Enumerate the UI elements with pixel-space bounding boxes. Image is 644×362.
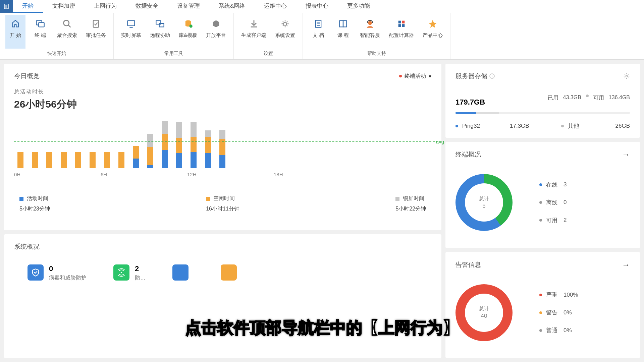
menu-item-0[interactable]: 开始: [13, 0, 43, 13]
sys-icon: [113, 264, 129, 281]
app-logo[interactable]: [0, 0, 13, 13]
legend-row: 严重100%: [539, 291, 578, 299]
home-icon: [8, 17, 22, 31]
gear-icon[interactable]: [623, 73, 630, 79]
system-card-2[interactable]: [172, 264, 194, 282]
svg-rect-26: [402, 21, 405, 23]
legend-row: 普通0%: [539, 326, 578, 334]
ribbon-terminal[interactable]: 终 端: [30, 15, 50, 49]
menu-icon: [3, 3, 9, 9]
ribbon-label: 系统设置: [275, 32, 295, 39]
support-icon: [363, 17, 377, 31]
ribbon-library[interactable]: 库&模板: [177, 15, 199, 49]
ribbon-support[interactable]: 智能客服: [358, 15, 382, 49]
system-overview-panel: 系统概况 0病毒和威胁防护2防…: [4, 234, 441, 358]
system-card-3[interactable]: [221, 264, 242, 282]
menu-item-3[interactable]: 数据安全: [126, 0, 168, 13]
svg-text:i: i: [492, 74, 492, 78]
storage-row: 其他26GB: [561, 122, 630, 130]
menu-item-8[interactable]: 更多功能: [338, 0, 379, 13]
bar-3: [61, 152, 67, 168]
ribbon-syscfg[interactable]: 系统设置: [273, 15, 297, 49]
bar-6: [104, 152, 110, 168]
activity-dropdown[interactable]: 终端活动 ▾: [399, 73, 431, 80]
menu-item-1[interactable]: 文档加密: [43, 0, 85, 13]
bar-5: [90, 152, 96, 168]
sys-number: 2: [135, 264, 146, 273]
menu-item-2[interactable]: 上网行为: [85, 0, 126, 13]
svg-point-17: [283, 22, 286, 25]
x-tick: 6H: [101, 172, 107, 177]
system-card-0[interactable]: 0病毒和威胁防护: [28, 264, 87, 282]
library-icon: [181, 17, 195, 31]
svg-rect-25: [398, 21, 401, 23]
donut-center-label: 总计: [479, 196, 489, 202]
storage-avail-value: 136.4GB: [609, 95, 630, 102]
system-card-1[interactable]: 2防…: [113, 264, 146, 282]
bar-10: [162, 121, 168, 168]
donut-center-value: 40: [481, 313, 487, 319]
today-overview-panel: 今日概览 终端活动 ▾ 总活动时长 26小时56分钟 avg 0H6H12H18…: [4, 64, 441, 230]
bar-9: [147, 134, 153, 168]
menu-item-7[interactable]: 报表中心: [296, 0, 338, 13]
storage-total: 179.7GB: [455, 98, 485, 107]
x-tick: 12H: [187, 172, 197, 177]
subtitle-overlay: 点击软件顶部导航栏中的【上网行为】: [185, 317, 459, 339]
donut-center-value: 5: [482, 203, 485, 209]
legend-item: 活动时间5小时23分钟: [19, 195, 50, 213]
svg-point-24: [368, 21, 372, 25]
panel-title: 终端概况: [455, 150, 481, 159]
bar-0: [17, 152, 23, 168]
bar-4: [75, 152, 81, 168]
ribbon-open[interactable]: 开放平台: [204, 15, 228, 49]
ribbon-label: 课 程: [337, 32, 349, 39]
dropdown-label: 终端活动: [405, 73, 426, 80]
storage-avail-label: 可用: [593, 95, 604, 102]
svg-rect-22: [340, 21, 343, 27]
sys-icon: [28, 264, 44, 281]
chevron-down-icon: ▾: [429, 73, 431, 79]
info-icon[interactable]: i: [489, 73, 495, 79]
legend-row: 在线3: [539, 181, 567, 189]
ribbon-remote[interactable]: 远程协助: [148, 15, 172, 49]
bar-12: [191, 122, 197, 168]
ribbon-course[interactable]: 课 程: [333, 15, 353, 49]
syscfg-icon: [278, 17, 292, 31]
ribbon-label: 库&模板: [179, 32, 197, 39]
ribbon-product[interactable]: 产品中心: [421, 15, 445, 49]
menu-item-6[interactable]: 运维中心: [255, 0, 296, 13]
sys-icon: [221, 264, 237, 281]
panel-title: 今日概览: [14, 72, 40, 80]
ribbon-doc[interactable]: 文 档: [308, 15, 328, 49]
svg-point-6: [64, 20, 69, 26]
arrow-right-icon[interactable]: →: [622, 150, 630, 159]
open-icon: [209, 17, 223, 31]
ribbon-group-label: 常用工具: [164, 49, 183, 59]
menu-item-5[interactable]: 系统&网络: [209, 0, 255, 13]
svg-line-7: [68, 25, 71, 27]
status-dot: [399, 75, 402, 77]
ribbon-client[interactable]: 生成客户端: [239, 15, 268, 49]
ribbon-screen[interactable]: 实时屏幕: [119, 15, 143, 49]
bar-14: [219, 130, 225, 168]
ribbon-approval[interactable]: 审批任务: [84, 15, 108, 49]
storage-used-label: 已用: [548, 95, 558, 102]
ribbon-calc[interactable]: 配置计算器: [387, 15, 416, 49]
bar-11: [176, 122, 182, 168]
avg-line: [14, 141, 441, 142]
ribbon-label: 智能客服: [360, 32, 380, 39]
remote-icon: [153, 17, 167, 31]
ribbon-home[interactable]: 开 始: [5, 15, 25, 49]
storage-panel: 服务器存储 i 179.7GB 已用 43.3GB 可用 136.4GB Pin…: [445, 64, 640, 138]
storage-row: Ping3217.3GB: [455, 122, 529, 130]
ribbon-label: 文 档: [313, 32, 324, 39]
panel-title: 系统概况: [14, 242, 431, 251]
arrow-right-icon[interactable]: →: [622, 260, 630, 269]
ribbon: 开 始终 端聚合搜索审批任务快速开始实时屏幕远程协助库&模板开放平台常用工具生成…: [0, 13, 644, 60]
alert-panel: 告警信息 → 总计 40 严重100%警告0%普通0%: [445, 252, 640, 358]
menu-item-4[interactable]: 设备管理: [168, 0, 209, 13]
separator-dot: [586, 95, 589, 97]
x-tick: 0H: [14, 172, 20, 177]
storage-progress: [455, 112, 630, 114]
ribbon-search[interactable]: 聚合搜索: [55, 15, 79, 49]
